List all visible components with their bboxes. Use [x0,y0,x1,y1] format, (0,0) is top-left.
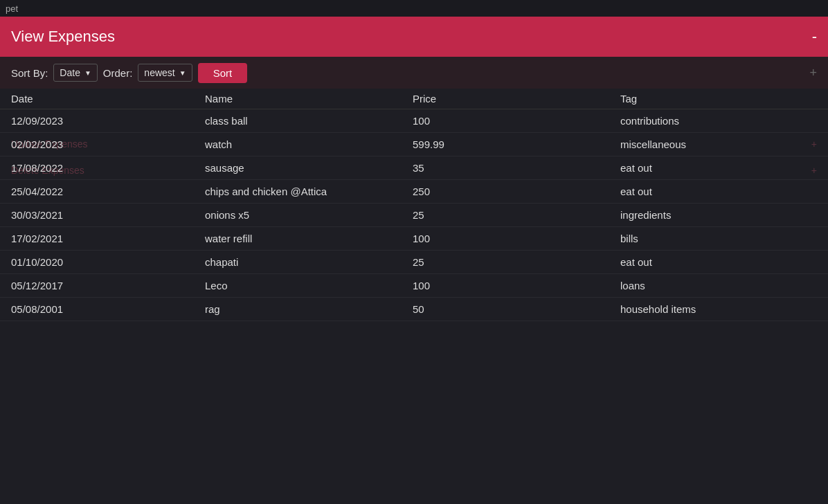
cell-price: 100 [413,115,620,127]
cell-tag: eat out [620,162,817,174]
table-row[interactable]: 17/08/2022 sausage 35 eat out [0,156,828,180]
cell-tag: household items [620,303,817,315]
table-row[interactable]: 01/10/2020 chapati 25 eat out [0,251,828,274]
cell-name: chips and chicken @Attica [205,186,413,197]
table-rows: 12/09/2023 class ball 100 contributions … [0,109,828,321]
cell-price: 250 [413,186,620,197]
cell-name: watch [205,138,413,150]
table-row[interactable]: 25/04/2022 chips and chicken @Attica 250… [0,180,828,204]
page-title: View Expenses [11,28,115,46]
table-row[interactable]: 17/02/2021 water refill 100 bills [0,227,828,251]
cell-date: 01/10/2020 [11,256,205,268]
cell-price: 599.99 [413,138,620,150]
col-name: Name [205,93,413,105]
cell-tag: eat out [620,256,817,268]
cell-date: 02/02/2023 [11,138,205,150]
cell-tag: ingredients [620,209,817,221]
sort-by-label: Sort By: [11,67,48,79]
cell-price: 25 [413,256,620,268]
cell-tag: contributions [620,115,817,127]
cell-price: 25 [413,209,620,221]
sort-button[interactable]: Sort [198,63,248,83]
sort-by-chevron-icon: ▼ [84,69,91,77]
order-value: newest [144,67,174,78]
cell-name: onions x5 [205,209,413,221]
cell-name: class ball [205,115,413,127]
title-bar: pet [0,0,828,17]
sort-by-value: Date [60,67,80,78]
cell-date: 05/12/2017 [11,280,205,291]
cell-tag: bills [620,233,817,244]
add-icon[interactable]: + [809,66,817,80]
sort-by-dropdown[interactable]: Date ▼ [53,64,97,82]
table-row[interactable]: 12/09/2023 class ball 100 contributions [0,109,828,133]
cell-tag: eat out [620,186,817,197]
col-date: Date [11,93,205,105]
cell-date: 25/04/2022 [11,186,205,197]
order-chevron-icon: ▼ [179,69,186,77]
cell-date: 17/02/2021 [11,233,205,244]
expenses-table: Date Name Price Tag Update Expenses + De… [0,89,828,321]
table-header: Date Name Price Tag [0,89,828,109]
cell-price: 100 [413,280,620,291]
order-dropdown[interactable]: newest ▼ [138,64,192,82]
controls-bar: Sort By: Date ▼ Order: newest ▼ Sort + [0,57,828,89]
table-body: Update Expenses + Delete Expenses + 12/0… [0,109,828,321]
cell-date: 05/08/2001 [11,303,205,315]
cell-date: 12/09/2023 [11,115,205,127]
cell-price: 35 [413,162,620,174]
app-title: pet [6,3,18,14]
col-tag: Tag [620,93,817,105]
cell-name: rag [205,303,413,315]
cell-name: water refill [205,233,413,244]
cell-tag: miscellaneous [620,138,817,150]
cell-price: 100 [413,233,620,244]
cell-name: chapati [205,256,413,268]
minimize-button[interactable]: - [812,28,817,46]
cell-name: sausage [205,162,413,174]
cell-date: 17/08/2022 [11,162,205,174]
cell-name: Leco [205,280,413,291]
table-row[interactable]: 05/08/2001 rag 50 household items [0,298,828,321]
col-price: Price [413,93,620,105]
header-bar: View Expenses - [0,17,828,57]
table-row[interactable]: 30/03/2021 onions x5 25 ingredients [0,204,828,227]
table-row[interactable]: 02/02/2023 watch 599.99 miscellaneous [0,133,828,156]
order-label: Order: [103,67,133,79]
cell-price: 50 [413,303,620,315]
cell-tag: loans [620,280,817,291]
cell-date: 30/03/2021 [11,209,205,221]
table-row[interactable]: 05/12/2017 Leco 100 loans [0,274,828,298]
